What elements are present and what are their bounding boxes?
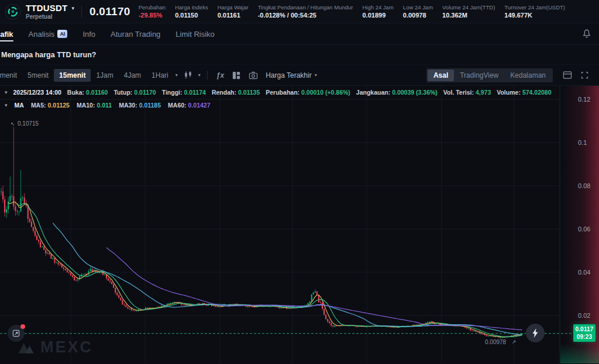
chevron-down-icon[interactable]: ▾ [71, 5, 74, 11]
tab-limit-risiko[interactable]: Limit Risiko [175, 23, 214, 44]
ohlc-jangkauan: Jangkauan:0.00039 (3.36%) [356, 89, 438, 96]
section-tabs: Grafik Analisis AI Info Aturan Trading L… [0, 23, 599, 45]
ohlc-rendah: Rendah:0.01135 [212, 89, 260, 96]
ma-title: MA [15, 102, 24, 109]
ai-badge: AI [57, 30, 67, 38]
ma10-readout: MA10:0.011 [77, 102, 112, 109]
ma60-readout: MA60:0.01427 [168, 102, 210, 109]
last-price: 0.01170 [89, 5, 130, 18]
lightning-icon [531, 328, 539, 338]
chart-type-icon[interactable] [180, 71, 197, 79]
coin-icon [5, 4, 21, 20]
trading-page: { "header": { "symbol": "TTDUSDT", "mark… [0, 0, 599, 364]
ma-lines [8, 202, 522, 337]
chart-grid [0, 86, 560, 363]
low-marker-label: 0.00978 [485, 339, 507, 345]
view-kedalaman[interactable]: Kedalaman [504, 70, 552, 81]
collapse-chevron-icon[interactable]: ▾ [5, 89, 8, 95]
collapse-chevron-icon[interactable]: ▾ [5, 102, 8, 108]
svg-text:0.08: 0.08 [578, 182, 590, 189]
fullscreen-icon[interactable] [576, 71, 593, 79]
market-stats: Perubahan -29.85% Harga Indeks 0.01150 H… [139, 4, 565, 19]
ma-readout: ▾ MA MA5:0.01125 MA10:0.011 MA30:0.01185… [5, 102, 211, 109]
timeframe-1hari[interactable]: 1Hari [146, 69, 174, 82]
price-chart[interactable]: 0.120.10.080.060.040.02↖0.107150.00978↗ [0, 86, 599, 363]
timeframe-15menit[interactable]: 15menit [54, 69, 91, 82]
current-price-badge: 0.0117 09:23 [573, 324, 595, 342]
view-asal[interactable]: Asal [428, 70, 454, 81]
indicators-icon[interactable]: ƒx [212, 71, 228, 79]
ma60-line [106, 248, 522, 330]
exchange-watermark: MEXC [18, 338, 93, 356]
timeframe-dropdown-icon[interactable]: ▾ [174, 72, 180, 78]
layout-grid-icon[interactable] [228, 71, 245, 79]
panel-toggle-icon[interactable] [559, 71, 576, 79]
price-source-selector[interactable]: Harga Terakhir [266, 71, 311, 79]
ohlc-vol-terisi: Vol. Terisi:4,973 [443, 89, 491, 96]
tab-info[interactable]: Info [82, 23, 95, 44]
ma5-readout: MA5:0.01125 [31, 102, 70, 109]
timeframe-1menit[interactable]: 1menit [0, 69, 22, 82]
ma10-line [17, 203, 522, 337]
tab-aturan-trading[interactable]: Aturan Trading [111, 23, 160, 44]
insight-question[interactable]: Mengapa harga TTD turun? [0, 45, 599, 65]
notification-dot [20, 324, 25, 329]
timeframe-1jam[interactable]: 1Jam [91, 69, 118, 82]
stat-tingkat-pendanaan: Tingkat Pendanaan / Hitungan Mundur -0.0… [258, 4, 353, 19]
right-green-gradient [560, 344, 599, 363]
ma30-readout: MA30:0.01185 [119, 102, 161, 109]
symbol-selector[interactable]: TTDUSDT ▾ Perpetual [5, 3, 74, 20]
replay-icon [12, 330, 20, 337]
stat-turnover-24jam: Turnover 24 Jam(USDT) 149.677K [504, 4, 565, 19]
contract-header: TTDUSDT ▾ Perpetual 0.01170 Perubahan -2… [0, 0, 599, 23]
chart-view-switcher: Asal TradingView Kedalaman [426, 68, 553, 82]
chart-area: 0.120.10.080.060.040.02↖0.107150.00978↗ … [0, 86, 599, 363]
timeframe-5menit[interactable]: 5menit [22, 69, 54, 82]
ma30-line [53, 223, 522, 335]
stat-low-24jam: Low 24 Jam 0.00978 [403, 4, 433, 19]
ohlc-tinggi: Tinggi:0.01174 [162, 89, 206, 96]
svg-text:0.06: 0.06 [578, 226, 590, 233]
stat-volume-24jam: Volume 24 Jam(TTD) 10.362M [442, 4, 495, 19]
ohlc-perubahan: Perubahan:0.00010 (+0.86%) [266, 89, 350, 96]
price-source-dropdown-icon[interactable]: ▾ [313, 72, 319, 78]
svg-text:0.1: 0.1 [578, 139, 587, 146]
tab-analisis[interactable]: Analisis AI [29, 23, 68, 44]
svg-text:0.04: 0.04 [578, 269, 590, 276]
watermark-text: MEXC [40, 338, 93, 356]
current-price: 0.0117 [573, 325, 595, 333]
ohlc-volume: Volume:574.02080 [497, 89, 551, 96]
svg-text:0.12: 0.12 [578, 96, 590, 103]
stat-harga-wajar: Harga Wajar 0.01161 [218, 4, 249, 19]
candle-countdown: 09:23 [573, 333, 595, 341]
ohlc-readout: ▾ 2025/12/23 14:00 Buka:0.01160 Tutup:0.… [5, 89, 552, 96]
stat-high-24jam: High 24 Jam 0.01899 [362, 4, 393, 19]
chart-replay-button[interactable] [8, 325, 25, 342]
high-marker-arrow-icon: ↖ [11, 121, 15, 127]
divider [81, 5, 82, 18]
right-red-gradient [563, 86, 599, 363]
svg-text:0.02: 0.02 [578, 312, 590, 319]
low-marker-arrow-icon: ↗ [512, 339, 517, 345]
ohlc-buka: Buka:0.01160 [67, 89, 108, 96]
screenshot-camera-icon[interactable] [245, 71, 262, 79]
candle-datetime: 2025/12/23 14:00 [13, 89, 61, 96]
market-type: Perpetual [26, 13, 74, 20]
divider [207, 71, 208, 79]
chart-type-dropdown-icon[interactable]: ▾ [197, 72, 202, 78]
stat-harga-indeks: Harga Indeks 0.01150 [175, 4, 208, 19]
timeframe-4jam[interactable]: 4Jam [119, 69, 146, 82]
ma5-line [8, 202, 522, 337]
view-tradingview[interactable]: TradingView [454, 70, 504, 81]
symbol-name: TTDUSDT [26, 3, 67, 13]
tab-grafik[interactable]: Grafik [0, 23, 13, 44]
mexc-logo-icon [18, 340, 36, 355]
quick-trade-button[interactable] [526, 324, 545, 342]
chart-toolbar: 1menit 5menit 15menit 1Jam 4Jam 1Hari ▾ … [0, 65, 599, 86]
high-marker-label: 0.10715 [18, 120, 39, 127]
ohlc-tutup: Tutup:0.01170 [113, 89, 156, 96]
stat-perubahan: Perubahan -29.85% [139, 4, 166, 19]
bell-icon[interactable] [581, 29, 592, 41]
